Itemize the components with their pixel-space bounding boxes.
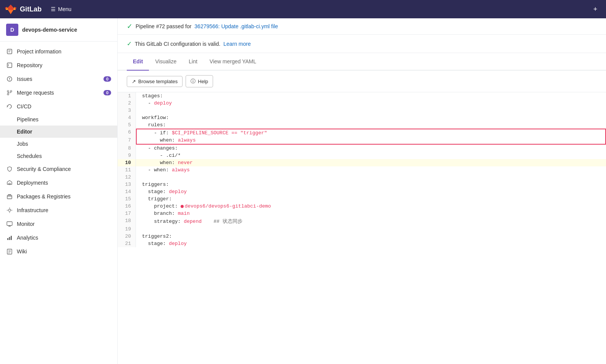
plus-button[interactable]: +	[589, 3, 601, 15]
cicd-icon	[6, 103, 13, 110]
wiki-icon	[6, 248, 13, 255]
sidebar-item-label: Repository	[17, 62, 42, 68]
code-line: 14 stage: deploy	[118, 188, 606, 195]
tab-edit[interactable]: Edit	[127, 53, 149, 71]
svg-rect-0	[7, 49, 12, 54]
merge-requests-badge: 0	[103, 90, 111, 95]
code-line: 3	[118, 107, 606, 114]
help-icon: ⓘ	[191, 78, 196, 85]
issues-icon	[6, 76, 13, 82]
sidebar-item-label: Packages & Registries	[17, 193, 71, 200]
code-line: 16 project: devops6/devops6-gitlabci-dem…	[118, 203, 606, 210]
svg-point-7	[9, 80, 10, 81]
sidebar-item-deployments[interactable]: Deployments	[0, 176, 117, 190]
code-line: 17 branch: main	[118, 210, 606, 217]
learn-more-link[interactable]: Learn more	[223, 41, 251, 47]
tab-lint[interactable]: Lint	[183, 53, 204, 71]
content-area: ✓ Pipeline #72 passed for 36279566: Upda…	[118, 18, 606, 364]
sidebar-item-label: Security & Compliance	[17, 166, 71, 172]
sidebar-item-merge-requests[interactable]: Merge requests 0	[0, 86, 117, 100]
tab-visualize[interactable]: Visualize	[149, 53, 183, 71]
svg-rect-20	[11, 236, 12, 240]
code-line: 21 stage: deploy	[118, 240, 606, 247]
sidebar-item-packages-registries[interactable]: Packages & Registries	[0, 190, 117, 203]
project-avatar: D	[6, 24, 18, 36]
code-line: 15 trigger:	[118, 195, 606, 203]
gitlab-logo[interactable]: GitLab	[5, 3, 42, 15]
code-line: 9 - .ci/*	[118, 152, 606, 159]
code-editor[interactable]: 1 stages: 2 - deploy 3 4 workflow:	[118, 92, 606, 364]
top-navigation: GitLab ☰ Menu +	[0, 0, 606, 18]
editor-toolbar: ↗ Browse templates ⓘ Help	[118, 71, 606, 92]
external-link-icon: ↗	[132, 79, 136, 84]
code-line: 13 triggers:	[118, 181, 606, 188]
code-line-red-end: 7 when: always	[118, 137, 606, 145]
sidebar-item-monitor[interactable]: Monitor	[0, 217, 117, 231]
pipeline-pass-icon: ✓	[127, 22, 133, 31]
main-layout: D devops-demo-service Project informatio…	[0, 18, 606, 364]
project-header: D devops-demo-service	[0, 18, 117, 42]
sidebar-item-infrastructure[interactable]: Infrastructure	[0, 203, 117, 217]
issues-badge: 0	[103, 76, 111, 82]
hamburger-icon: ☰	[51, 6, 56, 12]
svg-point-14	[8, 209, 11, 211]
code-line: 5 rules:	[118, 121, 606, 129]
svg-rect-3	[7, 63, 12, 68]
code-line: 1 stages:	[118, 92, 606, 100]
valid-config-bar: ✓ This GitLab CI configuration is valid.…	[118, 35, 606, 53]
sidebar-navigation: Project information Repository Issues 0	[0, 42, 117, 261]
svg-point-10	[10, 90, 12, 92]
code-line: 8 - changes:	[118, 145, 606, 152]
code-line: 11 - when: always	[118, 166, 606, 174]
editor-tabs: Edit Visualize Lint View merged YAML	[118, 53, 606, 71]
sidebar-item-label: Analytics	[17, 235, 38, 241]
svg-point-9	[7, 93, 9, 95]
project-name: devops-demo-service	[22, 27, 77, 33]
tab-view-merged[interactable]: View merged YAML	[204, 53, 262, 71]
repository-icon	[6, 62, 13, 69]
pipeline-text-prefix: Pipeline #72 passed for	[136, 23, 191, 29]
pipeline-link[interactable]: 36279566: Update .gitlab-ci.yml file	[194, 23, 278, 29]
code-line: 20 triggers2:	[118, 233, 606, 240]
deployments-icon	[6, 179, 13, 186]
code-line: 2 - deploy	[118, 100, 606, 107]
valid-icon: ✓	[127, 40, 132, 47]
sidebar-item-label: Infrastructure	[17, 207, 48, 213]
sidebar-item-wiki[interactable]: Wiki	[0, 245, 117, 258]
packages-icon	[6, 193, 13, 200]
sidebar-item-security-compliance[interactable]: Security & Compliance	[0, 162, 117, 176]
menu-button[interactable]: ☰ Menu	[48, 5, 74, 14]
sidebar-item-project-information[interactable]: Project information	[0, 45, 117, 58]
sidebar-item-analytics[interactable]: Analytics	[0, 231, 117, 245]
sidebar-item-jobs[interactable]: Jobs	[0, 138, 117, 150]
pipeline-status-bar: ✓ Pipeline #72 passed for 36279566: Upda…	[118, 18, 606, 35]
svg-point-8	[7, 90, 9, 92]
sidebar-item-label: Merge requests	[17, 90, 54, 96]
sidebar-item-label: Project information	[17, 48, 61, 55]
sidebar-item-label: Wiki	[17, 248, 27, 254]
security-icon	[6, 166, 13, 172]
sidebar-item-schedules[interactable]: Schedules	[0, 150, 117, 162]
sidebar-item-label: Issues	[17, 76, 32, 82]
svg-rect-19	[9, 237, 10, 240]
sidebar: D devops-demo-service Project informatio…	[0, 18, 118, 364]
sidebar-item-label: Deployments	[17, 180, 48, 186]
sidebar-item-repository[interactable]: Repository	[0, 58, 117, 72]
infrastructure-icon	[6, 207, 13, 214]
browse-templates-button[interactable]: ↗ Browse templates	[127, 76, 183, 87]
sidebar-item-label: CI/CD	[17, 103, 31, 110]
sidebar-item-editor[interactable]: Editor	[0, 126, 117, 138]
project-info-icon	[6, 48, 13, 55]
gitlab-text: GitLab	[20, 5, 42, 13]
code-line-highlighted: 10 when: never	[118, 159, 606, 166]
sidebar-item-issues[interactable]: Issues 0	[0, 72, 117, 86]
svg-rect-15	[7, 222, 12, 225]
analytics-icon	[6, 234, 13, 241]
code-line: 18 strategy: depend ## 状态同步	[118, 217, 606, 225]
sidebar-item-cicd[interactable]: CI/CD	[0, 100, 117, 113]
svg-rect-12	[7, 195, 12, 199]
code-line-red-start: 6 - if: $CI_PIPELINE_SOURCE == "trigger"	[118, 129, 606, 137]
help-button[interactable]: ⓘ Help	[186, 75, 213, 87]
sidebar-item-pipelines[interactable]: Pipelines	[0, 113, 117, 126]
svg-rect-18	[7, 238, 8, 240]
